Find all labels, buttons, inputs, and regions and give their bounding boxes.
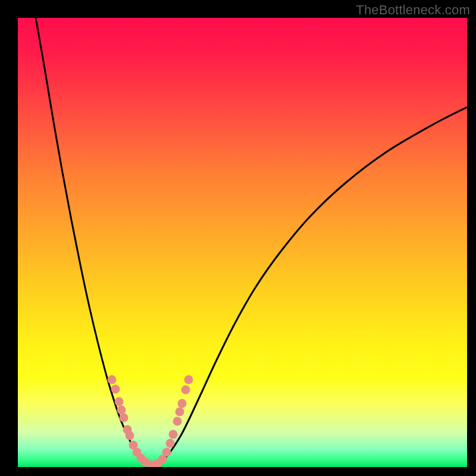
data-marker — [162, 448, 171, 457]
data-marker — [169, 430, 178, 439]
data-marker — [111, 385, 120, 394]
data-marker — [120, 414, 129, 422]
data-marker — [184, 375, 193, 384]
curve-left-curve — [36, 18, 149, 464]
data-marker — [173, 417, 182, 426]
data-marker — [115, 397, 124, 406]
data-marker — [126, 431, 134, 440]
curve-layer — [18, 18, 467, 467]
watermark-text: TheBottleneck.com — [356, 2, 470, 18]
data-marker — [166, 439, 175, 448]
data-marker — [176, 408, 184, 416]
plot-area — [18, 18, 467, 467]
data-marker — [178, 399, 187, 408]
chart-frame: TheBottleneck.com — [0, 0, 476, 476]
data-marker — [117, 406, 126, 415]
data-marker — [108, 375, 117, 384]
curve-right-curve — [155, 107, 467, 464]
data-marker — [181, 386, 190, 394]
